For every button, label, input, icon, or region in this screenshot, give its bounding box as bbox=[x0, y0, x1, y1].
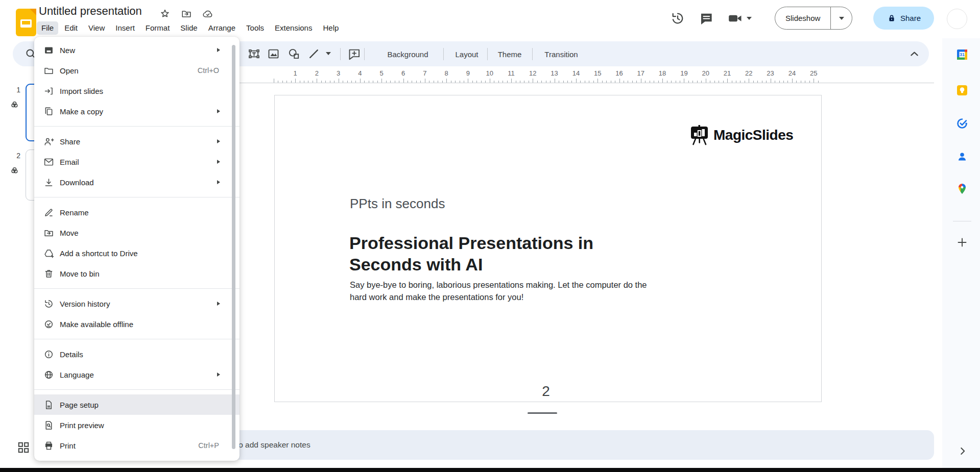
menu-item-page-setup[interactable]: Page setup bbox=[34, 394, 240, 415]
insert-shape-icon[interactable] bbox=[287, 47, 301, 61]
ruler-tick bbox=[706, 79, 706, 83]
textbox-icon[interactable] bbox=[247, 47, 261, 61]
layout-button[interactable]: Layout bbox=[447, 46, 486, 62]
notes-resize-handle[interactable] bbox=[528, 412, 557, 414]
ruler-tick bbox=[727, 79, 728, 83]
slideshow-options-button[interactable] bbox=[830, 7, 852, 29]
menu-item-label: Rename bbox=[60, 208, 240, 217]
slide-thumbnail-number: 1 bbox=[11, 86, 20, 94]
open-icon bbox=[43, 65, 54, 76]
menu-item-print-preview[interactable]: Print preview bbox=[34, 415, 240, 435]
google-contacts-icon[interactable] bbox=[956, 151, 968, 163]
menu-extensions[interactable]: Extensions bbox=[270, 21, 317, 35]
menu-item-print[interactable]: PrintCtrl+P bbox=[34, 435, 240, 456]
google-maps-icon[interactable] bbox=[956, 183, 968, 195]
menu-item-download[interactable]: Download bbox=[34, 172, 240, 192]
menu-item-label: Print preview bbox=[60, 421, 240, 430]
menu-view[interactable]: View bbox=[84, 21, 109, 35]
history-icon bbox=[43, 299, 54, 309]
menu-item-rename[interactable]: Rename bbox=[34, 202, 240, 222]
menu-arrange[interactable]: Arrange bbox=[204, 21, 240, 35]
ruler-number: 12 bbox=[529, 69, 536, 77]
menu-item-label: Page setup bbox=[60, 401, 240, 409]
ruler-tick bbox=[597, 79, 598, 83]
menu-item-move-to-bin[interactable]: Move to bin bbox=[34, 263, 240, 284]
menu-format[interactable]: Format bbox=[141, 21, 175, 35]
hide-menus-chevron-up-icon[interactable] bbox=[907, 47, 921, 61]
ruler-tick bbox=[451, 81, 451, 83]
menu-item-language[interactable]: Language bbox=[34, 364, 240, 385]
menu-item-open[interactable]: OpenCtrl+O bbox=[34, 60, 240, 81]
ruler-tick bbox=[636, 81, 637, 83]
file-menu-scrollbar[interactable] bbox=[232, 45, 235, 449]
menu-item-make-a-copy[interactable]: Make a copy bbox=[34, 101, 240, 121]
google-keep-icon[interactable] bbox=[956, 84, 968, 96]
menu-item-add-a-shortcut-to-drive[interactable]: Add a shortcut to Drive bbox=[34, 243, 240, 263]
menu-item-label: Add a shortcut to Drive bbox=[60, 249, 240, 258]
menu-item-new[interactable]: New bbox=[34, 40, 240, 60]
menu-item-version-history[interactable]: Version history bbox=[34, 293, 240, 314]
join-call-button[interactable] bbox=[727, 11, 752, 26]
google-tasks-icon[interactable] bbox=[956, 117, 968, 130]
magicslides-logo[interactable]: MagicSlides bbox=[690, 125, 793, 145]
menu-item-share[interactable]: Share bbox=[34, 131, 240, 152]
google-slides-logo-icon[interactable] bbox=[15, 8, 37, 37]
language-icon bbox=[43, 369, 54, 380]
slide-page-number[interactable]: 2 bbox=[536, 383, 556, 400]
ruler-tick bbox=[654, 81, 654, 83]
expand-side-panel-chevron-icon[interactable] bbox=[957, 445, 968, 457]
menu-tools[interactable]: Tools bbox=[242, 21, 269, 35]
menu-item-email[interactable]: Email bbox=[34, 152, 240, 172]
insert-image-icon[interactable] bbox=[267, 47, 280, 61]
menu-edit[interactable]: Edit bbox=[60, 21, 82, 35]
slide-kicker-text[interactable]: PPts in seconds bbox=[350, 196, 445, 212]
star-icon[interactable] bbox=[159, 8, 171, 19]
ruler-tick bbox=[641, 79, 641, 83]
speaker-notes-bar[interactable]: Click to add speaker notes bbox=[204, 430, 934, 460]
get-add-ons-plus-icon[interactable] bbox=[956, 236, 968, 249]
insert-comment-icon[interactable] bbox=[347, 47, 361, 61]
ruler-number: 5 bbox=[380, 69, 384, 77]
document-title[interactable]: Untitled presentation bbox=[39, 5, 142, 18]
menu-item-import-slides[interactable]: Import slides bbox=[34, 81, 240, 101]
slide-heading-text[interactable]: Professional Presentations in Seconds wi… bbox=[349, 232, 615, 275]
ruler-tick bbox=[468, 79, 468, 83]
menu-item-label: Share bbox=[60, 137, 240, 146]
menu-item-make-available-offline[interactable]: Make available offline bbox=[34, 314, 240, 334]
ruler-tick bbox=[697, 81, 698, 83]
menu-slide[interactable]: Slide bbox=[176, 21, 202, 35]
ruler-number: 8 bbox=[444, 69, 448, 77]
account-avatar[interactable] bbox=[947, 9, 967, 29]
background-button[interactable]: Background bbox=[376, 46, 439, 62]
slide-body-text[interactable]: Say bye-bye to boring, laborious present… bbox=[350, 279, 652, 303]
share-button[interactable]: Share bbox=[873, 7, 934, 30]
slide-canvas[interactable]: MagicSlides PPts in seconds Professional… bbox=[274, 95, 822, 402]
ruler-tick bbox=[282, 81, 283, 83]
transition-button[interactable]: Transition bbox=[536, 46, 586, 62]
ruler-tick bbox=[490, 79, 490, 83]
move-folder-icon[interactable] bbox=[181, 8, 192, 19]
ruler-tick bbox=[550, 81, 551, 83]
line-options-chevron-icon[interactable] bbox=[326, 52, 331, 55]
ruler-tick bbox=[801, 81, 801, 83]
ruler-tick bbox=[611, 81, 611, 83]
menu-insert[interactable]: Insert bbox=[111, 21, 139, 35]
google-calendar-icon[interactable]: 31 bbox=[956, 48, 968, 61]
menu-item-label: Download bbox=[60, 178, 240, 187]
theme-button[interactable]: Theme bbox=[491, 46, 528, 62]
lock-icon bbox=[887, 13, 897, 23]
grid-view-icon[interactable] bbox=[17, 441, 30, 454]
ruler-tick bbox=[628, 81, 628, 83]
slideshow-button[interactable]: Slideshow bbox=[775, 7, 830, 29]
menu-help[interactable]: Help bbox=[318, 21, 343, 35]
menu-item-move[interactable]: Move bbox=[34, 222, 240, 243]
ruler-tick bbox=[671, 81, 672, 83]
ruler-tick bbox=[442, 81, 443, 83]
comments-icon[interactable] bbox=[699, 11, 714, 26]
insert-line-icon[interactable] bbox=[307, 47, 321, 61]
ruler-tick bbox=[429, 81, 429, 83]
version-history-icon[interactable] bbox=[670, 11, 685, 26]
cloud-status-icon[interactable] bbox=[202, 8, 213, 19]
menu-file[interactable]: File bbox=[37, 21, 58, 35]
menu-item-details[interactable]: Details bbox=[34, 344, 240, 364]
